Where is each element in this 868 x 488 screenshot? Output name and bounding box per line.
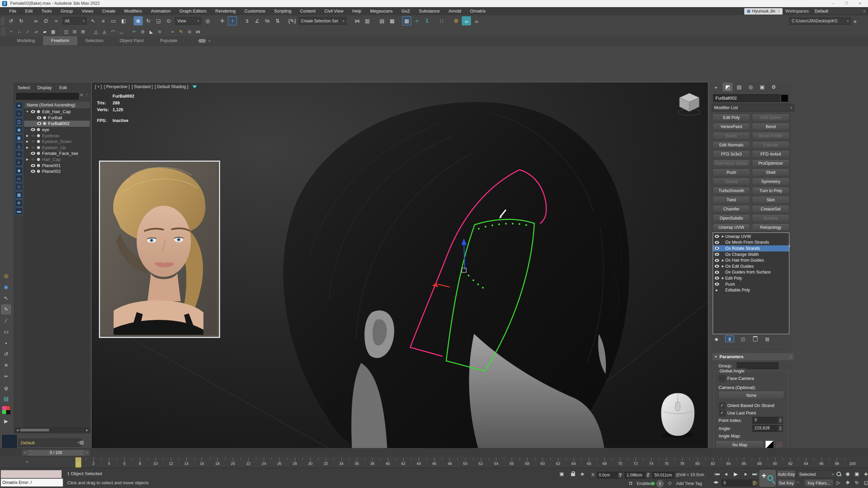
time-configuration-icon[interactable]: ◷ [753,480,757,485]
tab-modeling[interactable]: Modeling [9,36,43,45]
hierarchy-tab-icon[interactable]: ▤ [734,83,744,92]
parameters-rollout-header[interactable]: ▼ Parameters ⁞⁞ [712,353,794,360]
cut-tool-icon[interactable]: ✂ [131,28,138,35]
reference-coordinate-dropdown[interactable]: View▾ [175,17,201,25]
filter-helpers-icon[interactable]: △ [15,142,23,150]
user-account-button[interactable]: Hyunsuk Jin ▾ [744,8,783,15]
listener-count-button[interactable]: 0 [656,480,664,487]
explorer-search-input[interactable] [16,92,79,100]
explorer-menu-select[interactable]: Select [18,84,30,92]
modifier-button-edit-poly[interactable]: Edit Poly [713,114,750,121]
tab-selection[interactable]: Selection [77,36,112,45]
angle-snap-icon[interactable]: ∠ [253,16,262,25]
visibility-eye-icon[interactable] [30,158,36,161]
modifier-button-retopology[interactable]: Retopology [752,224,789,231]
expand-icon[interactable]: ▶ [25,134,30,137]
menu-views[interactable]: Views [77,7,98,15]
stack-item-ox-edit-guides[interactable]: ▶Ox Edit Guides [713,263,789,269]
viewport-menu-renderer[interactable]: [ Standard ] [132,84,153,89]
menu-goz[interactable]: GoZ [397,7,414,15]
modifier-eye-icon[interactable] [713,277,721,280]
menu-edit[interactable]: Edit [21,7,37,15]
zoom-extents-selected-icon[interactable]: ◈ [862,470,868,477]
symmetry-tool-icon[interactable]: ⋈ [194,28,202,35]
polygon-mode-icon[interactable]: ▰ [41,28,48,35]
collapse-icon[interactable]: ▼ [25,110,30,113]
visibility-eye-icon[interactable] [30,152,36,155]
dock-grip[interactable] [1,18,2,25]
stack-item-unwrap-uvw[interactable]: ▶Unwrap UVW [713,233,789,240]
explorer-more-chevron-icon[interactable]: › [86,92,87,97]
scene-item-eyelash-up[interactable]: ▶Eyelash_Up [24,145,90,151]
scene-item-eyelash-down[interactable]: ▶Eyelash_Down [24,139,90,145]
auto-key-button[interactable]: Auto Key [777,470,795,478]
camera-none-button[interactable]: None [718,391,784,400]
next-key-icon[interactable]: › [84,450,90,456]
modify-tab-icon[interactable]: ◩ [723,83,733,92]
z-coordinate-field[interactable]: 50.011cm ▲▼ [652,472,679,479]
modifier-button-shell[interactable]: Shell [752,169,789,176]
orbit-icon[interactable]: ↻ [853,479,861,486]
scene-tree-header[interactable]: Name (Sorted Ascending) [24,102,90,109]
scene-item-furball[interactable]: FurBall [24,115,90,121]
rect-selection-region-icon[interactable]: ▭ [109,16,118,25]
modifier-button-creaseset[interactable]: CreaseSet [752,205,789,213]
menu-tools[interactable]: Tools [37,7,56,15]
filter-containers-icon[interactable]: ▭ [15,175,23,182]
x-coordinate-field[interactable]: 0.0cm ▲▼ [597,472,623,479]
filter-hidden-icon[interactable]: ▬ [15,207,23,215]
maxscript-mini-listener[interactable] [1,470,62,478]
isolate-selection-icon[interactable]: ▣ [559,471,564,476]
angle-spinner[interactable]: 215.826 ▲▼ [752,425,783,432]
menu-help[interactable]: Help [348,7,366,15]
expand-icon[interactable]: ▶ [25,158,30,161]
ornatrix-eye-icon[interactable]: ◉ [1,282,11,292]
scrollbar-thumb[interactable] [20,429,49,431]
object-name-field[interactable]: FurBall002 [713,94,780,102]
link-icon[interactable]: ∞ [31,16,40,25]
viewport-menu-pov[interactable]: [ Perspective ] [104,84,130,89]
menu-megascans[interactable]: Megascans [366,7,397,15]
expand-icon[interactable]: ▶ [25,146,30,149]
visibility-eye-icon[interactable] [30,140,36,143]
stack-item-ox-mesh-from-strands[interactable]: Ox Mesh From Strands [713,240,789,246]
time-slider[interactable]: ‹ 0 / 100 › [22,449,90,456]
keyboard-override-icon[interactable]: ↑ [228,16,237,25]
expand-icon[interactable]: ▶ [721,265,725,268]
spinner-arrows-icon[interactable]: ▲▼ [778,426,782,431]
key-filters-icon[interactable]: ∷ [797,480,799,485]
maximize-viewport-icon[interactable]: ◱ [862,479,868,486]
select-object-icon[interactable]: ↖ [88,16,98,25]
ornatrix-pen-icon[interactable]: ∕ [1,316,11,325]
select-scale-icon[interactable]: ◲ [154,16,163,25]
previous-key-icon[interactable]: ‹ [22,450,28,456]
slice-tool-icon[interactable]: ⊘ [139,28,146,35]
visibility-eye-icon[interactable] [30,134,36,137]
zoom-icon[interactable] [835,470,842,477]
redo-icon[interactable]: ↻ [17,16,26,25]
layer-list-icon[interactable]: ▦ [388,16,397,25]
modifier-eye-icon[interactable] [713,283,721,286]
face-camera-checkbox[interactable] [719,375,725,382]
minimize-button[interactable]: ─ [826,0,840,7]
project-folder-dropdown[interactable]: C:\Users\JIN\Desktop\KG ▾ [789,17,851,25]
bind-spacewarp-icon[interactable]: ≈ [52,16,61,25]
visibility-eye-icon[interactable] [30,110,36,113]
per-view-filter-icon[interactable] [192,85,197,88]
visibility-eye-icon[interactable] [30,164,36,167]
select-by-name-icon[interactable]: ≡ [99,16,108,25]
absolute-offset-icon[interactable]: ◈ [580,471,584,476]
menu-substance[interactable]: Substance [414,7,444,15]
rollout-resize-dots[interactable]: ······· [746,348,755,351]
workspace-dropdown[interactable]: Default ▾ [812,8,867,15]
ornatrix-play-icon[interactable]: ▶ [1,416,11,426]
vertex-mode-icon[interactable]: ∴ [16,28,23,35]
modifier-button-opensubdiv[interactable]: OpenSubdiv [713,215,750,222]
modifier-button-chamfer[interactable]: Chamfer [713,205,750,213]
modifier-eye-icon[interactable] [713,241,721,244]
pin-stack-icon[interactable]: ◆ [713,336,720,342]
make-unique-icon[interactable]: ◫ [739,336,746,342]
ornatrix-undo-icon[interactable]: ↺ [1,349,11,359]
menu-file[interactable]: File [5,7,21,15]
motion-tab-icon[interactable]: ◎ [746,83,756,92]
